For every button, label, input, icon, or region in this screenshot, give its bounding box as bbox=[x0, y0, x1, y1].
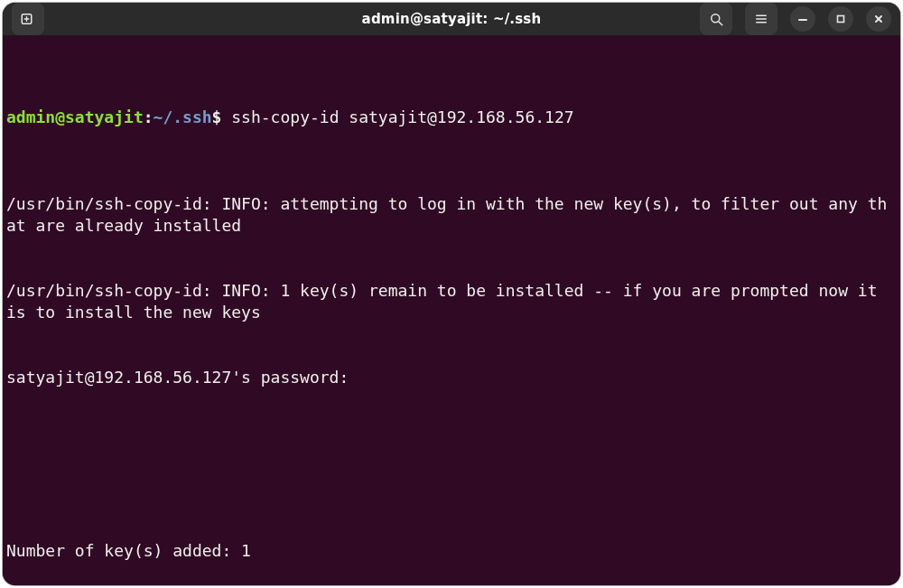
hamburger-icon bbox=[753, 11, 769, 27]
prompt-line: admin@satyajit:~/.ssh$ ssh-copy-id satya… bbox=[6, 107, 897, 128]
terminal-window: admin@satyajit: ~/.ssh bbox=[3, 3, 900, 585]
titlebar-right bbox=[693, 3, 891, 35]
prompt-symbol: $ bbox=[212, 107, 222, 126]
maximize-button[interactable] bbox=[828, 6, 853, 32]
svg-rect-7 bbox=[838, 16, 844, 23]
output-line: satyajit@192.168.56.127's password: bbox=[6, 367, 897, 388]
maximize-icon bbox=[835, 14, 846, 24]
prompt-user-host: admin@satyajit bbox=[6, 107, 144, 126]
prompt-path: ~/.ssh bbox=[154, 107, 212, 126]
output-line: Number of key(s) added: 1 bbox=[6, 540, 897, 562]
prompt-colon: : bbox=[144, 107, 154, 126]
blank-line bbox=[6, 453, 897, 475]
titlebar: admin@satyajit: ~/.ssh bbox=[3, 3, 900, 36]
window-title: admin@satyajit: ~/.ssh bbox=[210, 11, 693, 27]
svg-point-1 bbox=[712, 14, 720, 23]
new-tab-icon bbox=[20, 11, 36, 27]
minimize-button[interactable] bbox=[790, 6, 815, 32]
output-line: /usr/bin/ssh-copy-id: INFO: 1 key(s) rem… bbox=[6, 280, 897, 323]
terminal-body[interactable]: admin@satyajit:~/.ssh$ ssh-copy-id satya… bbox=[3, 36, 900, 585]
close-button[interactable] bbox=[866, 6, 891, 32]
svg-line-2 bbox=[719, 22, 722, 25]
new-tab-button[interactable] bbox=[12, 3, 44, 35]
search-button[interactable] bbox=[700, 3, 732, 35]
close-icon bbox=[873, 14, 884, 24]
titlebar-left bbox=[12, 3, 210, 35]
minimize-icon bbox=[797, 14, 808, 24]
menu-button[interactable] bbox=[745, 3, 777, 35]
output-line: /usr/bin/ssh-copy-id: INFO: attempting t… bbox=[6, 193, 897, 237]
search-icon bbox=[708, 11, 724, 27]
command-text: ssh-copy-id satyajit@192.168.56.127 bbox=[221, 107, 573, 126]
